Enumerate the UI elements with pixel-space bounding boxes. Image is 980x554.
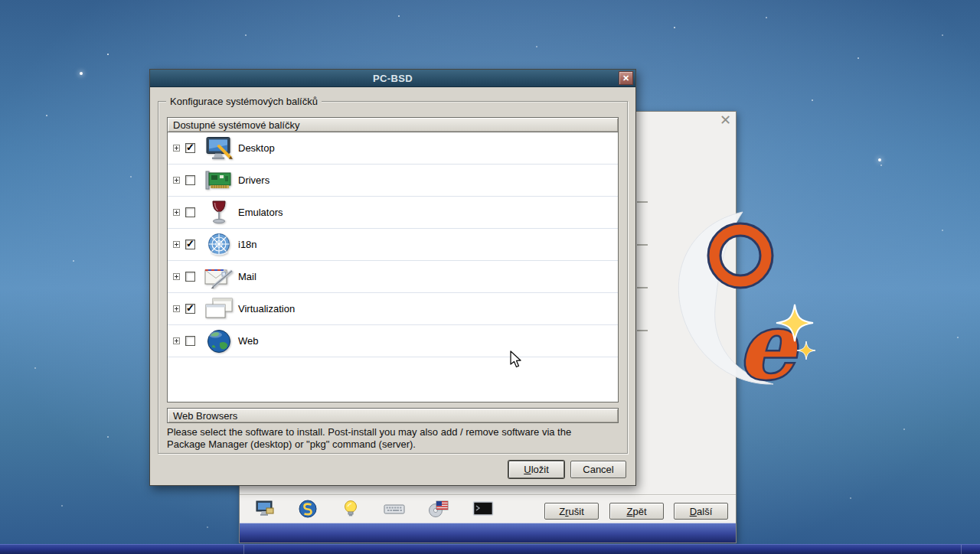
taskbar xyxy=(0,544,980,554)
desktop-checkbox[interactable] xyxy=(185,143,195,153)
package-row-web[interactable]: Web xyxy=(168,325,618,357)
mail-checkbox[interactable] xyxy=(185,272,195,282)
expand-icon[interactable] xyxy=(173,145,180,152)
wizard-close-icon[interactable]: ✕ xyxy=(720,112,731,128)
emulators-checkbox[interactable] xyxy=(185,207,195,217)
package-row-emulators[interactable]: Emulators xyxy=(168,197,618,229)
expand-icon[interactable] xyxy=(173,337,180,344)
svg-text:e: e xyxy=(737,293,799,399)
expand-icon[interactable] xyxy=(173,241,180,248)
selection-header[interactable]: Web Browsers xyxy=(167,408,619,423)
package-row-drivers[interactable]: Drivers xyxy=(168,165,618,197)
close-icon[interactable]: ✕ xyxy=(619,71,633,85)
install-description: Please select the software to install. P… xyxy=(167,426,620,451)
wizard-button-row: Zrušit Zpět Další xyxy=(240,503,736,520)
package-label: i18n xyxy=(238,239,257,250)
expand-icon[interactable] xyxy=(173,305,180,312)
package-row-i18n[interactable]: i18n xyxy=(168,229,618,261)
dialog-titlebar[interactable]: PC-BSD ✕ xyxy=(150,70,635,87)
wallpaper-bright-stars xyxy=(0,0,2,2)
wizard-bottom-band xyxy=(240,523,736,543)
package-label: Web xyxy=(238,335,259,347)
pcbsd-logo-art: e xyxy=(647,200,819,425)
cancel-button[interactable]: Cancel xyxy=(570,461,626,478)
web-checkbox[interactable] xyxy=(185,336,195,346)
dialog-button-row: Uložit Cancel xyxy=(508,461,626,478)
package-groupbox: Konfigurace systémových balíčků Dostupné… xyxy=(158,101,628,454)
package-tree: Dostupné systémové balíčky xyxy=(167,117,619,402)
package-label: Desktop xyxy=(238,142,275,154)
web-icon xyxy=(201,328,237,354)
package-label: Drivers xyxy=(238,174,270,186)
wizard-cancel-button[interactable]: Zrušit xyxy=(544,503,599,520)
emulators-icon xyxy=(201,200,237,225)
save-button[interactable]: Uložit xyxy=(508,461,564,478)
i18n-checkbox[interactable] xyxy=(185,240,195,249)
expand-icon[interactable] xyxy=(173,209,180,216)
toolbar-separator xyxy=(240,494,736,495)
hidden-widget-edge xyxy=(637,330,648,331)
dialog-title: PC-BSD xyxy=(373,73,413,84)
package-label: Emulators xyxy=(238,207,283,218)
desktop-icon xyxy=(201,136,237,161)
hidden-widget-edge xyxy=(637,287,648,288)
virtualization-icon xyxy=(201,297,237,321)
description-line: Package Manager (desktop) or "pkg" comma… xyxy=(167,438,620,451)
package-label: Mail xyxy=(238,271,256,282)
drivers-checkbox[interactable] xyxy=(185,175,195,185)
taskbar-divider xyxy=(961,545,962,554)
package-label: Virtualization xyxy=(238,303,295,314)
package-row-desktop[interactable]: Desktop xyxy=(168,132,618,165)
groupbox-label: Konfigurace systémových balíčků xyxy=(166,96,322,107)
virtualization-checkbox[interactable] xyxy=(185,304,195,314)
hidden-widget-edge xyxy=(637,244,648,246)
package-row-virtualization[interactable]: Virtualization xyxy=(168,293,618,325)
wizard-back-button[interactable]: Zpět xyxy=(609,503,664,520)
expand-icon[interactable] xyxy=(173,177,180,184)
mail-icon xyxy=(201,265,237,289)
expand-icon[interactable] xyxy=(173,273,180,280)
wizard-next-button[interactable]: Další xyxy=(674,503,728,520)
package-row-mail[interactable]: Mail xyxy=(168,261,618,293)
drivers-icon xyxy=(201,168,237,193)
package-config-dialog: PC-BSD ✕ Konfigurace systémových balíčků… xyxy=(149,69,636,486)
tree-column-header[interactable]: Dostupné systémové balíčky xyxy=(167,117,619,132)
i18n-icon xyxy=(201,233,237,257)
hidden-widget-edge xyxy=(637,201,648,203)
mouse-cursor xyxy=(510,350,524,372)
description-line: Please select the software to install. P… xyxy=(167,426,620,438)
taskbar-divider xyxy=(243,545,244,554)
tree-list: Desktop xyxy=(167,132,619,402)
